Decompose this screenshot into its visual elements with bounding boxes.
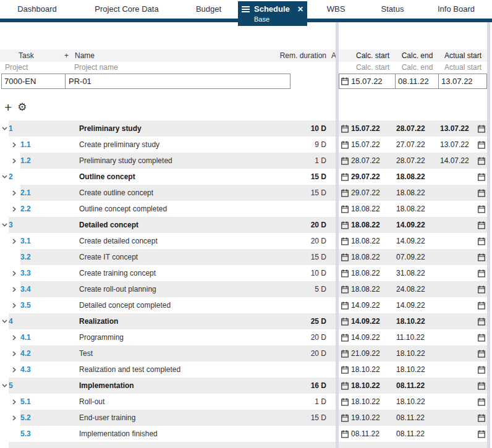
- expander-cell[interactable]: [0, 249, 20, 265]
- chevron-down-icon[interactable]: [2, 175, 7, 179]
- calc-end-date[interactable]: 18.08.22: [396, 205, 439, 213]
- hamburger-menu-icon[interactable]: [242, 5, 250, 14]
- calc-end-date[interactable]: 14.09.22: [396, 301, 439, 310]
- task-rem-duration[interactable]: 20 D: [271, 237, 326, 245]
- chevron-down-icon[interactable]: [2, 384, 7, 387]
- task-number-link[interactable]: 5: [9, 381, 79, 390]
- calc-end-date[interactable]: 24.08.22: [396, 285, 439, 294]
- task-number-link[interactable]: 3.3: [20, 269, 79, 277]
- calendar-icon[interactable]: [476, 334, 487, 342]
- calc-end-date[interactable]: 11.10.22: [396, 333, 439, 342]
- table-row[interactable]: 1 Preliminary study 10 D: [0, 120, 336, 137]
- chevron-right-icon[interactable]: [12, 158, 16, 164]
- task-rem-duration[interactable]: 10 D: [271, 269, 326, 277]
- chevron-down-icon[interactable]: [2, 127, 7, 130]
- expander-cell[interactable]: [0, 297, 20, 313]
- expander-cell[interactable]: [0, 185, 20, 201]
- chevron-right-icon[interactable]: [12, 142, 16, 148]
- calc-start-date[interactable]: 18.08.22: [350, 253, 396, 261]
- task-name[interactable]: Create detailed concept: [79, 237, 271, 245]
- add-task-icon[interactable]: +: [4, 101, 12, 114]
- calc-end-date[interactable]: 08.11.22: [396, 429, 439, 438]
- task-number-link[interactable]: 2.1: [20, 188, 79, 197]
- calendar-icon[interactable]: [339, 269, 350, 277]
- calc-start-date[interactable]: 18.08.22: [350, 237, 396, 245]
- table-row[interactable]: 3.3 Create training concept 10 D: [0, 265, 336, 281]
- calendar-icon[interactable]: [476, 269, 487, 277]
- calendar-icon[interactable]: [476, 318, 487, 326]
- calc-start-date[interactable]: 18.10.22: [350, 365, 396, 374]
- task-number-link[interactable]: 3.4: [20, 285, 79, 294]
- chevron-right-icon[interactable]: [12, 367, 16, 373]
- expander-cell[interactable]: [0, 394, 20, 410]
- project-calc-end-input[interactable]: 08.11.22: [396, 74, 439, 89]
- calc-end-date[interactable]: 18.10.22: [396, 397, 439, 406]
- expander-cell[interactable]: [0, 217, 9, 233]
- tab-status[interactable]: Status: [365, 0, 420, 19]
- calendar-icon[interactable]: [476, 237, 487, 245]
- actual-start-date[interactable]: 13.07.22: [439, 140, 476, 149]
- column-header-name[interactable]: Name: [75, 49, 95, 62]
- task-rem-duration[interactable]: 15 D: [271, 172, 326, 181]
- chevron-right-icon[interactable]: [12, 190, 16, 196]
- expander-cell[interactable]: [0, 201, 20, 217]
- task-number-link[interactable]: 2: [9, 172, 79, 181]
- calc-end-date[interactable]: 14.09.22: [396, 237, 439, 245]
- tab-dashboard[interactable]: Dashboard: [0, 0, 74, 19]
- table-row[interactable]: 4 Realization 25 D: [0, 313, 336, 329]
- calendar-icon[interactable]: [339, 141, 350, 149]
- expander-cell[interactable]: [0, 378, 9, 394]
- project-name-input[interactable]: PR-01: [66, 74, 290, 88]
- calc-start-date[interactable]: 18.10.22: [350, 381, 396, 390]
- expander-cell[interactable]: [0, 120, 9, 137]
- table-row[interactable]: 3 Detailed concept 20 D: [0, 217, 336, 233]
- table-row[interactable]: 5.1 Roll-out 1 D: [0, 394, 336, 410]
- calc-end-date[interactable]: 08.11.22: [396, 381, 439, 390]
- table-row[interactable]: 1.2 Preliminary study completed 1 D: [0, 153, 336, 169]
- task-rem-duration[interactable]: 1 D: [271, 156, 326, 165]
- chevron-right-icon[interactable]: [12, 399, 16, 405]
- task-number-link[interactable]: 4.1: [20, 333, 79, 342]
- calc-start-date[interactable]: 08.11.22: [350, 429, 396, 438]
- close-tab-icon[interactable]: ✕: [297, 5, 303, 14]
- task-name[interactable]: Implementation finished: [79, 429, 271, 438]
- task-name[interactable]: Create preliminary study: [79, 140, 271, 149]
- actual-start-date[interactable]: 13.07.22: [439, 124, 476, 133]
- calendar-icon[interactable]: [476, 205, 487, 213]
- calc-end-date[interactable]: 31.08.22: [396, 269, 439, 277]
- calc-start-date[interactable]: 18.08.22: [350, 221, 396, 229]
- task-rem-duration[interactable]: 20 D: [271, 221, 326, 229]
- table-row[interactable]: 4.3 Realization and test completed: [0, 361, 336, 378]
- chevron-right-icon[interactable]: [12, 287, 16, 292]
- table-row[interactable]: 2 Outline concept 15 D: [0, 169, 336, 185]
- project-calc-start-input[interactable]: 15.07.22: [339, 74, 396, 89]
- task-name[interactable]: Outline concept completed: [79, 205, 271, 213]
- task-rem-duration[interactable]: 20 D: [271, 333, 326, 342]
- task-number-link[interactable]: 4.2: [20, 349, 79, 358]
- calendar-icon[interactable]: [476, 350, 487, 358]
- calc-start-date[interactable]: 14.09.22: [350, 333, 396, 342]
- column-header-actual-start[interactable]: Actual start: [439, 51, 487, 60]
- task-name[interactable]: Detailed concept completed: [79, 301, 271, 310]
- calc-end-date[interactable]: 07.09.22: [396, 253, 439, 261]
- chevron-right-icon[interactable]: [12, 271, 16, 276]
- task-name[interactable]: Roll-out: [79, 397, 271, 406]
- task-name[interactable]: Implementation: [79, 381, 271, 390]
- expander-cell[interactable]: [0, 426, 20, 442]
- task-rem-duration[interactable]: 20 D: [271, 349, 326, 358]
- calendar-icon[interactable]: [339, 398, 350, 406]
- task-name[interactable]: Realization: [79, 317, 271, 326]
- expander-cell[interactable]: [0, 361, 20, 378]
- task-name[interactable]: Create training concept: [79, 269, 271, 277]
- calendar-icon[interactable]: [339, 221, 350, 229]
- expander-cell[interactable]: [0, 265, 20, 281]
- task-number-link[interactable]: 2.2: [20, 205, 79, 213]
- task-number-link[interactable]: 4.3: [20, 365, 79, 374]
- task-name[interactable]: Create roll-out planning: [79, 285, 271, 294]
- task-rem-duration[interactable]: 15 D: [271, 253, 326, 261]
- calc-start-date[interactable]: 28.07.22: [350, 156, 396, 165]
- table-row[interactable]: 4.1 Programming 20 D: [0, 329, 336, 345]
- tab-schedule-active[interactable]: Schedule ✕ Base: [238, 1, 307, 26]
- column-header-calc-start[interactable]: Calc. start: [350, 51, 396, 60]
- table-row[interactable]: 1.1 Create preliminary study 9 D: [0, 137, 336, 153]
